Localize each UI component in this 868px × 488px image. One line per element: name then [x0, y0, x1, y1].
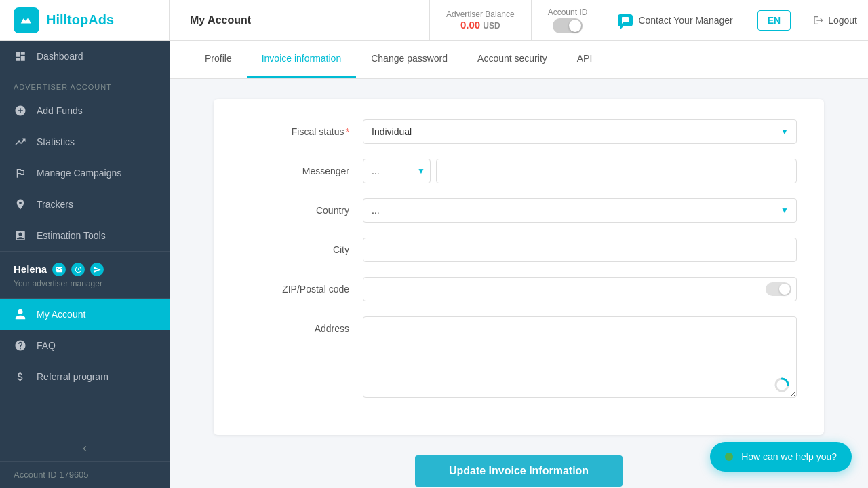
- sidebar-label-statistics: Statistics: [37, 136, 75, 147]
- address-label: Address: [241, 316, 349, 334]
- messenger-value-control: [436, 159, 797, 183]
- advertiser-balance: Advertiser Balance 0.00 USD: [429, 0, 531, 40]
- city-row: City: [241, 238, 797, 262]
- zip-input[interactable]: [363, 277, 797, 301]
- tab-api[interactable]: API: [562, 41, 608, 78]
- address-spinner: [774, 377, 790, 393]
- sidebar-label-my-account: My Account: [37, 309, 85, 320]
- logo-area: HilltopAds: [0, 0, 170, 40]
- tabs-bar: Profile Invoice information Change passw…: [170, 41, 868, 79]
- chevron-left-icon: [79, 443, 90, 454]
- country-select[interactable]: ... United States United Kingdom Germany…: [363, 198, 797, 223]
- manage-campaigns-icon: [14, 166, 27, 180]
- country-label: Country: [241, 198, 349, 216]
- contact-manager-button[interactable]: Contact Your Manager: [604, 0, 746, 40]
- my-account-icon: [14, 307, 27, 321]
- invoice-form: Fiscal status* Individual Company ▼ Mess…: [214, 99, 824, 435]
- referral-icon: [14, 370, 27, 383]
- sidebar-item-faq[interactable]: FAQ: [0, 330, 170, 361]
- address-wrapper: [363, 316, 797, 400]
- contact-label: Contact Your Manager: [638, 15, 732, 26]
- account-id-section: Account ID: [531, 0, 604, 40]
- manager-subtitle: Your advertiser manager: [14, 279, 156, 288]
- sidebar: Dashboard ADVERTISER ACCOUNT Add Funds S…: [0, 41, 170, 488]
- chat-widget-online-dot: [725, 453, 733, 461]
- country-row: Country ... United States United Kingdom…: [241, 198, 797, 223]
- sidebar-label-estimation-tools: Estimation Tools: [37, 230, 106, 241]
- update-invoice-button[interactable]: Update Invoice Information: [415, 455, 623, 487]
- chat-widget[interactable]: How can we help you?: [710, 442, 852, 472]
- sidebar-item-referral[interactable]: Referral program: [0, 361, 170, 392]
- content-area: Profile Invoice information Change passw…: [170, 41, 868, 488]
- language-button[interactable]: EN: [757, 10, 791, 31]
- sidebar-item-my-account[interactable]: My Account: [0, 299, 170, 330]
- zip-toggle[interactable]: [766, 282, 791, 296]
- sidebar-label-add-funds: Add Funds: [37, 105, 83, 116]
- sidebar-collapse-button[interactable]: [0, 436, 170, 461]
- messenger-type-wrapper: ... Skype Telegram WhatsApp ▼: [363, 159, 431, 183]
- chat-bubble-icon: [618, 14, 633, 26]
- statistics-icon: [14, 135, 27, 149]
- sidebar-label-referral: Referral program: [37, 371, 108, 382]
- sidebar-label-dashboard: Dashboard: [37, 51, 83, 62]
- logout-button[interactable]: Logout: [802, 0, 868, 40]
- country-select-wrapper: ... United States United Kingdom Germany…: [363, 198, 797, 223]
- zip-control: [363, 277, 797, 301]
- fiscal-status-row: Fiscal status* Individual Company ▼: [241, 119, 797, 144]
- header-right: Advertiser Balance 0.00 USD Account ID C…: [429, 0, 868, 40]
- address-row: Address: [241, 316, 797, 400]
- manager-name: Helena: [14, 261, 156, 276]
- account-id-toggle[interactable]: [553, 18, 583, 33]
- sidebar-label-manage-campaigns: Manage Campaigns: [37, 168, 121, 179]
- tab-change-password[interactable]: Change password: [356, 41, 462, 78]
- manager-section: Helena Your advertiser manager: [0, 251, 170, 299]
- address-textarea[interactable]: [363, 316, 797, 398]
- chat-widget-label: How can we help you?: [741, 451, 837, 462]
- city-control: [363, 238, 797, 262]
- country-control: ... United States United Kingdom Germany…: [363, 198, 797, 223]
- top-header: HilltopAds My Account Advertiser Balance…: [0, 0, 868, 41]
- required-star: *: [346, 126, 349, 137]
- messenger-input-row: ... Skype Telegram WhatsApp ▼: [363, 159, 797, 183]
- faq-icon: [14, 339, 27, 352]
- manager-skype-icon[interactable]: [71, 263, 85, 276]
- trackers-icon: [14, 198, 27, 211]
- sidebar-item-statistics[interactable]: Statistics: [0, 126, 170, 157]
- manager-telegram-icon[interactable]: [90, 263, 104, 276]
- fiscal-status-label: Fiscal status*: [241, 119, 349, 137]
- manager-contact-icons: [52, 263, 104, 276]
- tab-profile[interactable]: Profile: [190, 41, 247, 78]
- balance-value: 0.00 USD: [460, 19, 500, 31]
- sidebar-item-trackers[interactable]: Trackers: [0, 189, 170, 220]
- messenger-row: Messenger ... Skype Telegram WhatsApp ▼: [241, 159, 797, 183]
- tab-invoice-information[interactable]: Invoice information: [247, 41, 357, 78]
- messenger-type-select[interactable]: ... Skype Telegram WhatsApp: [363, 159, 431, 183]
- city-input[interactable]: [363, 238, 797, 262]
- manager-email-icon[interactable]: [52, 263, 66, 276]
- messenger-value-input[interactable]: [436, 159, 797, 183]
- sidebar-label-faq: FAQ: [37, 340, 56, 351]
- sidebar-item-dashboard[interactable]: Dashboard: [0, 41, 170, 72]
- city-label: City: [241, 238, 349, 255]
- estimation-tools-icon: [14, 229, 27, 242]
- zip-toggle-knob: [779, 284, 790, 295]
- sidebar-account-id: Account ID 179605: [0, 461, 170, 488]
- toggle-knob: [569, 20, 581, 32]
- fiscal-status-select[interactable]: Individual Company: [363, 119, 797, 144]
- dashboard-icon: [14, 50, 27, 63]
- logo-text: HilltopAds: [46, 12, 114, 28]
- sidebar-item-add-funds[interactable]: Add Funds: [0, 95, 170, 126]
- account-id-label: Account ID: [548, 7, 588, 17]
- sidebar-item-manage-campaigns[interactable]: Manage Campaigns: [0, 157, 170, 189]
- fiscal-status-select-wrapper: Individual Company ▼: [363, 119, 797, 144]
- page-title: My Account: [170, 14, 429, 26]
- address-control: [363, 316, 797, 400]
- main-layout: Dashboard ADVERTISER ACCOUNT Add Funds S…: [0, 41, 868, 488]
- fiscal-status-control: Individual Company ▼: [363, 119, 797, 144]
- zip-label: ZIP/Postal code: [241, 277, 349, 295]
- sidebar-label-trackers: Trackers: [37, 199, 73, 210]
- logout-label: Logout: [828, 15, 857, 26]
- sidebar-item-estimation-tools[interactable]: Estimation Tools: [0, 220, 170, 251]
- sidebar-section-label: ADVERTISER ACCOUNT: [0, 72, 170, 95]
- tab-account-security[interactable]: Account security: [462, 41, 562, 78]
